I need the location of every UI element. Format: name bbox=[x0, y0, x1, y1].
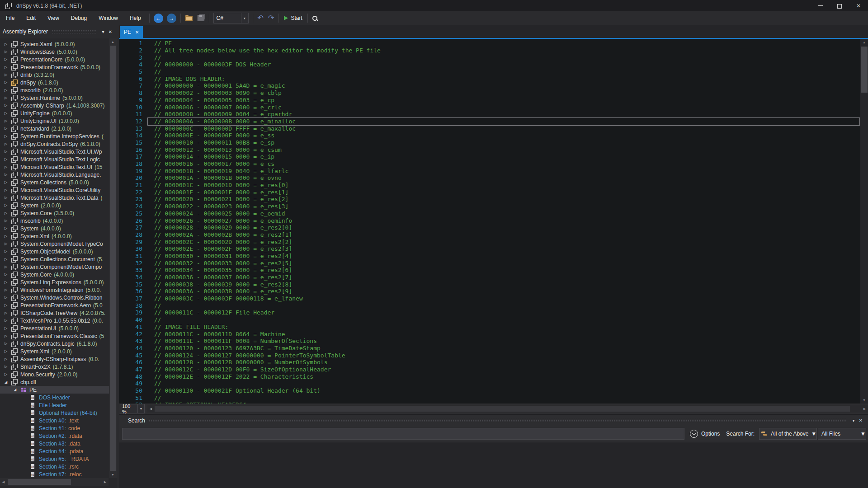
tree-item[interactable]: Assembly-CSharp (1.4.1003.3007) bbox=[0, 102, 109, 109]
code-line[interactable]: 41 // IMAGE_FILE_HEADER: bbox=[119, 324, 860, 331]
code-line[interactable]: 24 // 00000022 - 00000023 0000 = e_res[3… bbox=[119, 203, 860, 210]
expander-icon[interactable] bbox=[3, 280, 9, 284]
code-line[interactable]: 11 // 00000008 - 00000009 0004 = e_cparh… bbox=[119, 111, 860, 118]
navigate-forward-button[interactable]: → bbox=[167, 14, 176, 23]
tree-horizontal-scrollbar[interactable]: ◀ ▶ bbox=[0, 478, 108, 486]
code-line[interactable]: 35 // 00000038 - 00000039 0000 = e_res2[… bbox=[119, 281, 860, 288]
tree-item[interactable]: Section #2: .rdata bbox=[0, 432, 109, 440]
tree-item[interactable]: File Header bbox=[0, 401, 109, 409]
tree-item[interactable]: Microsoft.VisualStudio.Text.Logic bbox=[0, 155, 109, 163]
tree-item[interactable]: Mono.Security (2.0.0.0) bbox=[0, 371, 109, 378]
search-panel-menu-button[interactable]: ▾ bbox=[850, 417, 857, 424]
tree-item[interactable]: PresentationFramework.Aero (5.0 bbox=[0, 301, 109, 309]
code-line[interactable]: 37 // 0000003C - 0000003F 00000118 = e_l… bbox=[119, 295, 860, 302]
code-line[interactable]: 21 // 0000001C - 0000001D 0000 = e_res[0… bbox=[119, 182, 860, 189]
tree-item[interactable]: Microsoft.VisualStudio.Text.Data ( bbox=[0, 194, 109, 202]
code-line[interactable]: 19 // 00000018 - 00000019 0040 = e_lfarl… bbox=[119, 167, 860, 174]
scroll-up-icon[interactable]: ▲ bbox=[109, 38, 117, 45]
code-line[interactable]: 18 // 00000016 - 00000017 0000 = e_cs bbox=[119, 160, 860, 168]
tree-item[interactable]: dnSpy (6.1.8.0) bbox=[0, 79, 109, 86]
tree-item[interactable]: dnlib (3.3.2.0) bbox=[0, 71, 109, 79]
code-line[interactable]: 29 // 0000002C - 0000002D 0000 = e_res2[… bbox=[119, 238, 860, 245]
expander-icon[interactable] bbox=[3, 311, 9, 315]
scroll-right-icon[interactable]: ▶ bbox=[861, 405, 868, 413]
tree-item[interactable]: System.ComponentModel.TypeCo bbox=[0, 240, 109, 248]
tree-item[interactable]: System.ObjectModel (5.0.0.0) bbox=[0, 248, 109, 255]
tree-item[interactable]: Section #7: .reloc bbox=[0, 470, 109, 478]
tree-item[interactable]: mscorlib (2.0.0.0) bbox=[0, 86, 109, 94]
scrollbar-thumb[interactable] bbox=[8, 479, 71, 485]
expander-icon[interactable] bbox=[3, 88, 9, 92]
code-line[interactable]: 30 // 0000002E - 0000002F 0000 = e_res2[… bbox=[119, 245, 860, 253]
code-line[interactable]: 27 // 00000028 - 00000029 0000 = e_res2[… bbox=[119, 224, 860, 231]
scroll-down-icon[interactable]: ▼ bbox=[109, 471, 117, 478]
expander-icon[interactable] bbox=[3, 380, 9, 384]
tree-item[interactable]: Section #1: code bbox=[0, 424, 109, 432]
expander-icon[interactable] bbox=[3, 357, 9, 361]
code-line[interactable]: 51 // bbox=[119, 394, 860, 401]
menu-item[interactable]: View bbox=[42, 11, 65, 25]
code-line[interactable]: 31 // 00000030 - 00000031 0000 = e_res2[… bbox=[119, 253, 860, 260]
scroll-up-icon[interactable]: ▲ bbox=[860, 39, 868, 46]
expander-icon[interactable] bbox=[3, 96, 9, 100]
expander-icon[interactable] bbox=[3, 111, 9, 115]
code-line[interactable]: 4 // 00000000 - 0000003F DOS Header bbox=[119, 61, 860, 68]
tree-vertical-scrollbar[interactable]: ▲ ▼ bbox=[109, 38, 117, 478]
language-dropdown-button[interactable]: ▼ bbox=[241, 13, 248, 23]
tree-item[interactable]: System.Xaml (5.0.0.0) bbox=[0, 40, 109, 48]
expander-icon[interactable] bbox=[12, 388, 18, 392]
search-results-area[interactable] bbox=[119, 442, 868, 488]
tree-item[interactable]: PresentationFramework.Classic (5 bbox=[0, 332, 109, 340]
code-line[interactable]: 50 // 00000130 - 0000021F Optional Heade… bbox=[119, 387, 860, 394]
zoom-dropdown-button[interactable]: ▼ bbox=[138, 404, 145, 413]
code-line[interactable]: 5 // bbox=[119, 68, 860, 75]
code-line[interactable]: 26 // 00000026 - 00000027 0000 = e_oemin… bbox=[119, 217, 860, 224]
expander-icon[interactable] bbox=[3, 127, 9, 131]
expander-icon[interactable] bbox=[3, 242, 9, 246]
code-line[interactable]: 36 // 0000003A - 0000003B 0000 = e_res2[… bbox=[119, 288, 860, 295]
tree-item[interactable]: Microsoft.VisualStudio.Text.UI (15 bbox=[0, 163, 109, 171]
expander-icon[interactable] bbox=[3, 80, 9, 84]
tree-item[interactable]: System.Core (3.5.0.0) bbox=[0, 209, 109, 217]
code-line[interactable]: 17 // 00000014 - 00000015 0000 = e_ip bbox=[119, 153, 860, 160]
expander-icon[interactable] bbox=[3, 157, 9, 161]
scroll-right-icon[interactable]: ▶ bbox=[102, 478, 108, 486]
tree-item[interactable]: mscorlib (4.0.0.0) bbox=[0, 217, 109, 225]
tree-item[interactable]: Optional Header (64-bit) bbox=[0, 409, 109, 417]
tree-item[interactable]: ICSharpCode.TreeView (4.2.0.875. bbox=[0, 309, 109, 317]
code-line[interactable]: 12 // 0000000A - 0000000B 0000 = e_minal… bbox=[119, 118, 860, 125]
expander-icon[interactable] bbox=[3, 272, 9, 277]
code-line[interactable]: 1 // PE bbox=[119, 40, 860, 47]
expander-icon[interactable] bbox=[3, 211, 9, 215]
code-line[interactable]: 20 // 0000001A - 0000001B 0000 = e_ovno bbox=[119, 174, 860, 182]
expander-icon[interactable] bbox=[3, 103, 9, 108]
undo-button[interactable]: ↶ bbox=[258, 14, 264, 22]
tree-item[interactable]: Microsoft.VisualStudio.Language. bbox=[0, 171, 109, 178]
expander-icon[interactable] bbox=[3, 288, 9, 292]
tree-item[interactable]: cbp.dll bbox=[0, 378, 109, 386]
code-line[interactable]: 46 // 00000128 - 0000012B 00000000 = Num… bbox=[119, 359, 860, 366]
tree-item[interactable]: netstandard (2.1.0.0) bbox=[0, 125, 109, 132]
tree-item[interactable]: Section #0: .text bbox=[0, 417, 109, 424]
expander-icon[interactable] bbox=[3, 119, 9, 123]
expander-icon[interactable] bbox=[3, 249, 9, 253]
expander-icon[interactable] bbox=[3, 257, 9, 261]
code-line[interactable]: 3 // bbox=[119, 54, 860, 61]
expander-icon[interactable] bbox=[3, 372, 9, 376]
scroll-left-icon[interactable]: ◀ bbox=[147, 405, 154, 413]
menu-item[interactable]: File bbox=[0, 11, 20, 25]
tree-item[interactable]: DOS Header bbox=[0, 394, 109, 401]
expander-icon[interactable] bbox=[3, 180, 9, 184]
scroll-down-icon[interactable]: ▼ bbox=[860, 397, 868, 404]
expander-icon[interactable] bbox=[3, 334, 9, 338]
code-line[interactable]: 43 // 0000011E - 0000011F 0008 = NumberO… bbox=[119, 338, 860, 345]
code-line[interactable]: 9 // 00000004 - 00000005 0003 = e_cp bbox=[119, 97, 860, 104]
tree-item[interactable]: Section #4: .pdata bbox=[0, 447, 109, 455]
tree-item[interactable]: System.Runtime.InteropServices ( bbox=[0, 132, 109, 140]
code-line[interactable]: 34 // 00000036 - 00000037 0000 = e_res2[… bbox=[119, 274, 860, 281]
tree-item[interactable]: WindowsBase (5.0.0.0) bbox=[0, 48, 109, 56]
tree-item[interactable]: System (2.0.0.0) bbox=[0, 202, 109, 209]
expander-icon[interactable] bbox=[3, 203, 9, 207]
code-line[interactable]: 10 // 00000006 - 00000007 0000 = e_crlc bbox=[119, 103, 860, 111]
tree-item[interactable]: System.Xml (2.0.0.0) bbox=[0, 347, 109, 355]
